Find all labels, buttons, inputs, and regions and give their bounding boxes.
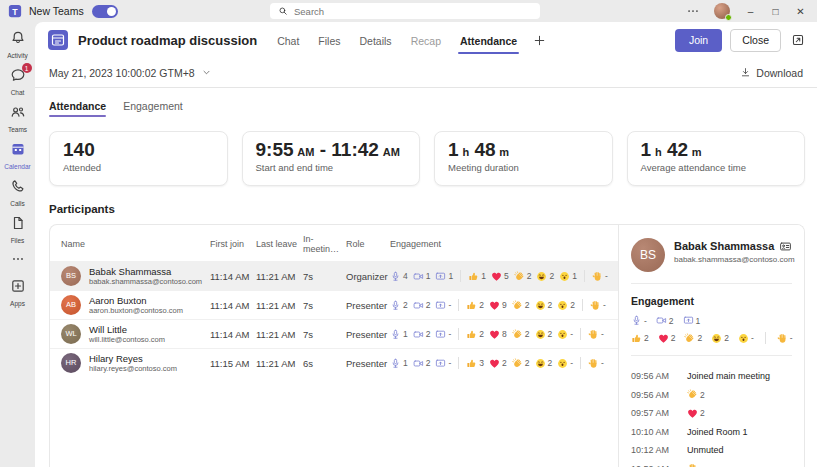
participant-cell: BSBabak Shammassababak.shammassa@contoso…: [50, 266, 210, 286]
like-reaction-count: 2: [479, 300, 484, 310]
sidebar-item-more[interactable]: [0, 248, 35, 274]
avatar: WL: [61, 324, 81, 344]
column-header-role: Role: [346, 239, 390, 249]
panel-reaction-stats: 2222--: [631, 332, 792, 344]
sidebar-item-label: Activity: [7, 52, 28, 59]
screen-share-count: 1: [448, 271, 453, 281]
join-button[interactable]: Join: [675, 29, 722, 52]
more-horizontal-icon[interactable]: [686, 4, 700, 18]
subtab-attendance[interactable]: Attendance: [49, 100, 106, 117]
user-avatar[interactable]: [714, 3, 730, 19]
raised-hand: -: [592, 271, 608, 282]
sidebar-item-files[interactable]: Files: [0, 211, 35, 248]
camera-icon: [413, 271, 424, 282]
download-button[interactable]: Download: [740, 67, 803, 79]
mic-icon: [390, 329, 401, 340]
first-join-cell: 11:15 AM: [210, 358, 256, 369]
icon-wrap: [10, 141, 26, 161]
screen-share-icon: [435, 329, 446, 340]
popout-icon[interactable]: [791, 33, 805, 47]
first-join-cell: 11:14 AM: [210, 300, 256, 311]
sidebar-item-activity[interactable]: Activity: [0, 26, 35, 63]
camera: 2: [656, 315, 674, 326]
sidebar-item-apps[interactable]: Apps: [0, 274, 35, 311]
participant-name: Aaron Buxton: [89, 295, 183, 306]
card-value-unit: AM: [383, 146, 400, 158]
sidebar-item-teams[interactable]: Teams: [0, 100, 35, 137]
camera-icon: [656, 315, 667, 326]
participant-email: aaron.buxton@contoso.com: [89, 306, 183, 315]
tab-chat[interactable]: Chat: [277, 26, 299, 54]
mic: 2: [390, 300, 408, 311]
participant-email: will.little@contoso.com: [89, 335, 165, 344]
meeting-tabs: ChatFilesDetailsRecapAttendance: [277, 26, 517, 54]
table-row[interactable]: ABAaron Buxtonaaron.buxton@contoso.com11…: [50, 290, 618, 319]
like-reaction-icon: [466, 300, 477, 311]
add-tab-icon[interactable]: [533, 34, 546, 47]
sidebar-item-label: Calendar: [4, 163, 30, 170]
date-selector[interactable]: May 21, 2023 10:00:02 GTM+8: [49, 67, 211, 79]
maximize-icon[interactable]: □: [769, 5, 782, 18]
raised-hand-icon: [590, 300, 601, 311]
sidebar-item-label: Calls: [10, 200, 24, 207]
heart-reaction-count: 2: [700, 408, 705, 418]
participant-cell: ABAaron Buxtonaaron.buxton@contoso.com: [50, 295, 210, 315]
card-value-unit: h: [462, 146, 469, 158]
close-meeting-button[interactable]: Close: [730, 29, 781, 52]
minimize-icon[interactable]: –: [744, 5, 757, 18]
tab-files[interactable]: Files: [318, 26, 340, 54]
contact-card-icon[interactable]: [779, 240, 792, 253]
heart-reaction: 8: [489, 329, 507, 340]
first-join-cell: 11:14 AM: [210, 329, 256, 340]
screen-share-icon: [435, 358, 446, 369]
clap-reaction: 2: [512, 329, 530, 340]
laugh-reaction: 2: [535, 300, 553, 311]
table-row[interactable]: HRHilary Reyeshilary.reyes@contoso.com11…: [50, 348, 618, 377]
clap-reaction: 2: [512, 358, 530, 369]
card-value: 9:55 AM - 11:42 AM: [256, 140, 407, 161]
sidebar-item-chat[interactable]: 1Chat: [0, 63, 35, 100]
table-row[interactable]: WLWill Littlewill.little@contoso.com11:1…: [50, 319, 618, 348]
laugh-reaction-count: 2: [724, 333, 729, 343]
like-reaction-count: 3: [479, 358, 484, 368]
search-box[interactable]: [270, 3, 540, 19]
tab-details[interactable]: Details: [360, 26, 392, 54]
participant-detail-panel: BS Babak Shammassa babak.shammassa@conto…: [618, 225, 804, 467]
tab-recap[interactable]: Recap: [411, 26, 441, 54]
camera-icon: [413, 329, 424, 340]
sidebar-item-calls[interactable]: Calls: [0, 174, 35, 211]
mic-count: 1: [403, 358, 408, 368]
teams-logo-icon: T: [8, 4, 22, 18]
icon-wrap: [10, 251, 26, 271]
raised-hand-count: -: [601, 358, 604, 368]
screen-share-count: -: [448, 329, 451, 339]
divider: [460, 270, 461, 282]
close-icon[interactable]: ✕: [794, 5, 807, 18]
like-reaction: 3: [466, 358, 484, 369]
role-cell: Presenter: [346, 329, 390, 340]
tab-attendance[interactable]: Attendance: [460, 26, 517, 54]
more-icon: [10, 251, 26, 267]
laugh-reaction: 2: [536, 271, 554, 282]
sidebar-item-label: Apps: [10, 300, 25, 307]
column-header-engagement: Engagement: [390, 239, 618, 249]
screen-share: -: [435, 300, 451, 311]
sidebar-item-label: Files: [11, 237, 25, 244]
card-value-unit: AM: [297, 146, 314, 158]
surprised-reaction: -: [557, 358, 573, 369]
subtab-engagement[interactable]: Engagement: [123, 100, 183, 117]
main-area: Product roadmap discussion ChatFilesDeta…: [35, 22, 817, 467]
screen-share-icon: [683, 315, 694, 326]
laugh-reaction-count: 2: [548, 300, 553, 310]
participants-title: Participants: [49, 203, 805, 215]
heart-reaction-icon: [687, 408, 698, 419]
role-cell: Presenter: [346, 300, 390, 311]
sidebar-item-calendar[interactable]: Calendar: [0, 137, 35, 174]
table-row[interactable]: BSBabak Shammassababak.shammassa@contoso…: [50, 261, 618, 290]
search-input[interactable]: [294, 6, 532, 17]
divider: [584, 270, 585, 282]
heart-reaction-count: 9: [502, 300, 507, 310]
divider: [631, 283, 792, 284]
screen-share-icon: [435, 300, 446, 311]
new-teams-toggle[interactable]: [92, 5, 118, 18]
